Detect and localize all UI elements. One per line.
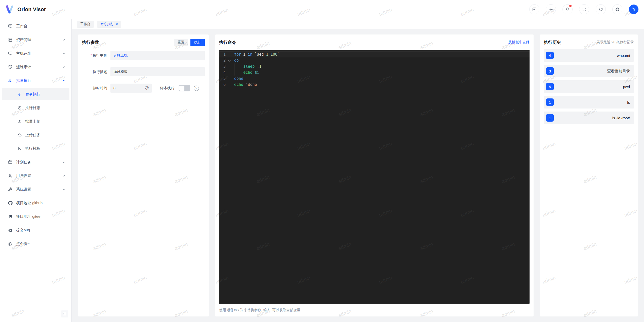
fold-chevron-icon[interactable]: [228, 58, 231, 62]
line-number: 5: [219, 76, 226, 82]
sidebar-item-bug[interactable]: 提交bug: [0, 223, 71, 237]
chevron-down-icon: [62, 188, 65, 191]
history-count-badge: 5: [546, 83, 554, 90]
exec-params-title: 执行参数: [82, 40, 99, 45]
history-item[interactable]: 5pwd: [544, 80, 634, 93]
fold-column: [226, 69, 233, 76]
notifications-button[interactable]: [562, 4, 573, 14]
content-area: 执行参数 重置 执行 *执行主机 选择主机 执行描述 循环模板 超时时间 0 秒: [72, 29, 644, 322]
chevron-down-icon: [62, 174, 65, 177]
timeout-suffix: 秒: [145, 86, 149, 90]
exec-history-title: 执行历史: [544, 40, 561, 45]
toggle-knob: [179, 86, 184, 91]
sidebar-item-label: 批量执行: [16, 78, 31, 83]
select-host-field[interactable]: 选择主机: [110, 51, 205, 60]
exec-command-panel: 执行命令 从模板中选择 1for i in `seq 1 100`2do3 sl…: [215, 34, 534, 316]
timeout-field-label: 超时时间: [82, 86, 107, 91]
sidebar-item-system[interactable]: 系统设置: [0, 183, 71, 196]
thumbs-up-icon: [8, 241, 13, 246]
sidebar-item-label: 执行日志: [25, 105, 40, 110]
sidebar-item-host-ops[interactable]: 主机运维: [0, 47, 71, 60]
code-window-button[interactable]: [529, 4, 539, 14]
sidebar-item-gitee[interactable]: 项目地址 gitee: [0, 210, 71, 223]
sidebar-item-batch-upload[interactable]: 批量上传: [0, 115, 71, 128]
code-text: echo 'done': [234, 82, 259, 88]
line-number: 6: [219, 82, 226, 88]
reset-button[interactable]: 重置: [174, 39, 188, 46]
sidebar-item-schedule[interactable]: 计划任务: [0, 155, 71, 169]
sidebar-item-label: 点个赞~: [16, 241, 30, 246]
exec-desc-input[interactable]: 循环模板: [110, 67, 205, 76]
logo[interactable]: Orion Visor: [6, 5, 46, 14]
sidebar-item-upload-task[interactable]: 上传任务: [0, 128, 71, 142]
code-line: 2do: [219, 57, 530, 63]
code-window-icon: [532, 7, 537, 12]
chevron-up-icon: [62, 79, 65, 82]
sidebar-item-label: 资产管理: [16, 38, 31, 42]
app-title: Orion Visor: [17, 6, 46, 12]
code-line: 3 sleep .1: [219, 63, 530, 69]
logo-icon: [6, 5, 14, 14]
line-number: 3: [219, 63, 226, 69]
history-item[interactable]: 4whoami: [544, 49, 634, 62]
code-line: 5done: [219, 76, 530, 82]
history-command-text: pwd: [623, 85, 630, 89]
command-code-editor[interactable]: 1for i in `seq 1 100`2do3 sleep .14 echo…: [219, 50, 530, 304]
sidebar-item-audit[interactable]: 运维审计: [0, 60, 71, 74]
notifications-icon: [565, 7, 570, 12]
code-text: do: [234, 57, 239, 63]
sidebar-item-label: 计划任务: [16, 160, 31, 165]
user-icon: [8, 173, 13, 178]
sidebar-item-exec-log[interactable]: 执行日志: [0, 101, 71, 115]
system-icon: [8, 187, 13, 192]
batch-exec-icon: [8, 78, 13, 83]
history-item[interactable]: 1ls -la /root/: [544, 112, 634, 124]
theme-button[interactable]: [546, 4, 556, 14]
batch-upload-icon: [17, 119, 22, 124]
sidebar-item-bolt[interactable]: 命令执行: [2, 88, 69, 100]
settings-button[interactable]: [612, 4, 622, 14]
code-text: done: [234, 76, 243, 82]
code-line: 6echo 'done': [219, 82, 530, 88]
refresh-button[interactable]: [596, 4, 606, 14]
timeout-input[interactable]: 0 秒: [110, 84, 152, 93]
sidebar: 工作台资产管理主机运维运维审计批量执行命令执行执行日志批量上传上传任务执行模板计…: [0, 19, 72, 322]
sidebar-item-label: 执行模板: [25, 146, 40, 151]
line-number: 4: [219, 69, 226, 76]
sidebar-collapse-button[interactable]: [61, 310, 68, 317]
fold-column: [226, 63, 233, 69]
fullscreen-button[interactable]: [579, 4, 589, 14]
sidebar-item-user[interactable]: 用户设置: [0, 169, 71, 183]
sidebar-item-exec-template[interactable]: 执行模板: [0, 142, 71, 155]
help-icon[interactable]: ?: [194, 86, 199, 91]
app-header: Orion Visor 管: [0, 0, 644, 19]
user-avatar[interactable]: 管: [629, 5, 638, 14]
code-line: 4 echo $i: [219, 69, 530, 76]
header-actions: 管: [529, 4, 638, 14]
history-count-badge: 1: [546, 114, 554, 122]
sidebar-item-github[interactable]: 项目地址 github: [0, 196, 71, 210]
refresh-icon: [598, 7, 603, 12]
run-button[interactable]: 执行: [190, 39, 205, 46]
timeout-value: 0: [113, 86, 115, 90]
bug-icon: [8, 227, 13, 233]
fold-column: [226, 57, 233, 63]
tab-label: 命令执行: [100, 22, 114, 26]
tab-command-exec[interactable]: 命令执行×: [97, 21, 121, 28]
history-count-badge: 4: [546, 52, 554, 59]
history-item[interactable]: 1ls: [544, 96, 634, 109]
history-item[interactable]: 3查看当前目录: [544, 65, 634, 77]
history-count-badge: 1: [546, 98, 554, 106]
history-list: 4whoami3查看当前目录5pwd1ls1ls -la /root/: [544, 49, 634, 124]
exec-params-panel: 执行参数 重置 执行 *执行主机 选择主机 执行描述 循环模板 超时时间 0 秒: [78, 34, 209, 316]
desc-field-label: 执行描述: [82, 69, 107, 74]
tab-workbench[interactable]: 工作台: [77, 21, 94, 28]
sidebar-item-thumbs-up[interactable]: 点个赞~: [0, 237, 71, 251]
sidebar-item-batch-exec[interactable]: 批量执行: [0, 74, 71, 87]
select-from-template-link[interactable]: 从模板中选择: [508, 40, 530, 45]
chevron-down-icon: [62, 65, 65, 69]
sidebar-item-workbench[interactable]: 工作台: [0, 19, 71, 33]
tab-close-icon[interactable]: ×: [116, 22, 118, 26]
script-exec-toggle[interactable]: [179, 85, 190, 91]
sidebar-item-assets[interactable]: 资产管理: [0, 33, 71, 47]
